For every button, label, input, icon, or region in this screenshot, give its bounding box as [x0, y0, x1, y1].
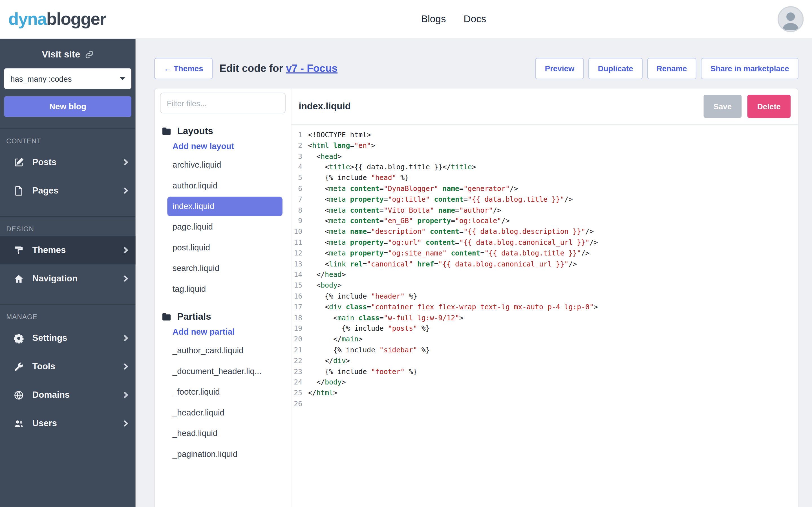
- file-item-document-header-liq[interactable]: _document_header.liq...: [167, 362, 283, 381]
- chevron-right-icon: [121, 187, 128, 194]
- top-header: dynablogger BlogsDocs: [0, 0, 812, 39]
- filter-files-input[interactable]: [160, 93, 285, 113]
- code-line-text: <meta property="og:site_name" content="{…: [308, 248, 590, 259]
- section-label-content: CONTENT: [6, 137, 135, 145]
- file-item-footer-liquid[interactable]: _footer.liquid: [167, 382, 283, 402]
- caret-down-icon: [120, 77, 125, 80]
- share-in-marketplace-button[interactable]: Share in marketplace: [701, 58, 799, 79]
- logo[interactable]: dynablogger: [8, 9, 106, 29]
- line-number: 11: [291, 237, 308, 248]
- nav-blogs[interactable]: Blogs: [421, 13, 446, 25]
- sidebar-divider: [0, 216, 136, 217]
- code-line-text: <meta content="en_GB" property="og:local…: [308, 216, 509, 227]
- file-item-author-card-liquid[interactable]: _author_card.liquid: [167, 341, 283, 360]
- line-number: 25: [291, 388, 308, 399]
- logo-dyna: dyna: [8, 9, 47, 29]
- page-title: Edit code for v7 - Focus: [219, 62, 338, 74]
- code-line: 12 <meta property="og:site_name" content…: [291, 248, 798, 259]
- blog-selector-value: has_many :codes: [10, 74, 71, 83]
- sidebar-item-pages[interactable]: Pages: [0, 176, 136, 205]
- folder-icon: [161, 312, 172, 323]
- sidebar-item-themes[interactable]: Themes: [0, 236, 136, 265]
- file-item-author-liquid[interactable]: author.liquid: [167, 176, 283, 195]
- chevron-right-icon: [121, 247, 128, 253]
- line-number: 1: [291, 130, 308, 140]
- line-number: 9: [291, 216, 308, 227]
- line-number: 3: [291, 151, 308, 162]
- folder-partials: Partials: [161, 312, 286, 323]
- link-icon: [85, 50, 94, 59]
- code-line: 17 <div class="container flex flex-wrap …: [291, 302, 798, 313]
- code-line-text: </div>: [308, 356, 350, 367]
- file-item-pagination-liquid[interactable]: _pagination.liquid: [167, 445, 283, 464]
- line-number: 26: [291, 399, 308, 409]
- file-item-page-liquid[interactable]: page.liquid: [167, 217, 283, 237]
- file-item-header-liquid[interactable]: _header.liquid: [167, 403, 283, 423]
- line-number: 23: [291, 367, 308, 377]
- file-item-tag-liquid[interactable]: tag.liquid: [167, 279, 283, 299]
- code-line: 2<html lang="en">: [291, 140, 798, 151]
- code-line-text: [308, 399, 312, 409]
- delete-button[interactable]: Delete: [748, 95, 791, 118]
- preview-button[interactable]: Preview: [536, 58, 583, 79]
- avatar[interactable]: [777, 6, 804, 32]
- line-number: 21: [291, 345, 308, 356]
- code-line: 13 <link rel="canonical" href="{{ data.b…: [291, 259, 798, 270]
- code-editor[interactable]: 1<!DOCTYPE html>2<html lang="en">3 <head…: [291, 125, 798, 507]
- code-line: 20 </main>: [291, 334, 798, 345]
- chevron-right-icon: [121, 335, 128, 341]
- chevron-right-icon: [121, 420, 128, 427]
- back-to-themes-button[interactable]: ← Themes: [154, 58, 213, 79]
- code-line-text: <head>: [308, 151, 342, 162]
- code-line: 14 </head>: [291, 270, 798, 281]
- line-number: 16: [291, 291, 308, 302]
- code-line: 9 <meta content="en_GB" property="og:loc…: [291, 216, 798, 227]
- line-number: 18: [291, 313, 308, 323]
- code-line-text: <main class="w-full lg:w-9/12">: [308, 313, 463, 323]
- code-line-text: <!DOCTYPE html>: [308, 130, 371, 140]
- line-number: 15: [291, 281, 308, 291]
- theme-name-link[interactable]: v7 - Focus: [286, 62, 338, 74]
- sidebar-item-posts[interactable]: Posts: [0, 148, 136, 176]
- gear-icon: [13, 333, 24, 343]
- sidebar-item-tools[interactable]: Tools: [0, 352, 136, 381]
- code-line-text: </main>: [308, 334, 363, 345]
- code-line: 10 <meta name="description" content="{{ …: [291, 227, 798, 237]
- file-item-head-liquid[interactable]: _head.liquid: [167, 424, 283, 443]
- duplicate-button[interactable]: Duplicate: [589, 58, 642, 79]
- code-line: 23 {% include "footer" %}: [291, 367, 798, 377]
- line-number: 7: [291, 194, 308, 205]
- editor-pane: index.liquid Save Delete 1<!DOCTYPE html…: [291, 89, 798, 507]
- file-browser: LayoutsAdd new layoutarchive.liquidautho…: [155, 89, 291, 507]
- sidebar-item-label: Posts: [33, 157, 57, 167]
- add-new-layout-link[interactable]: Add new layout: [172, 142, 286, 151]
- sidebar-item-users[interactable]: Users: [0, 409, 136, 438]
- code-line: 16 {% include "header" %}: [291, 291, 798, 302]
- code-line-text: <html lang="en">: [308, 140, 375, 151]
- code-line: 8 <meta content="Vito Botta" name="autho…: [291, 205, 798, 216]
- code-line-text: <meta property="og:title" content="{{ da…: [308, 194, 573, 205]
- sidebar-item-label: Navigation: [33, 274, 78, 284]
- code-line-text: </head>: [308, 270, 346, 281]
- file-item-post-liquid[interactable]: post.liquid: [167, 238, 283, 258]
- sidebar-item-settings[interactable]: Settings: [0, 324, 136, 352]
- save-button[interactable]: Save: [703, 95, 742, 118]
- blog-selector[interactable]: has_many :codes: [4, 68, 132, 89]
- code-line: 4 <title>{{ data.blog.title }}</title>: [291, 162, 798, 173]
- new-blog-button[interactable]: New blog: [4, 96, 132, 117]
- line-number: 14: [291, 270, 308, 281]
- sidebar-item-label: Tools: [33, 361, 55, 372]
- rename-button[interactable]: Rename: [647, 58, 696, 79]
- sidebar-item-navigation[interactable]: Navigation: [0, 265, 136, 293]
- file-item-search-liquid[interactable]: search.liquid: [167, 259, 283, 278]
- nav-docs[interactable]: Docs: [463, 13, 486, 25]
- chevron-right-icon: [121, 363, 128, 370]
- code-line: 21 {% include "sidebar" %}: [291, 345, 798, 356]
- top-nav: BlogsDocs: [421, 13, 486, 25]
- file-item-archive-liquid[interactable]: archive.liquid: [167, 155, 283, 175]
- code-line-text: {% include "head" %}: [308, 173, 409, 184]
- visit-site-link[interactable]: Visit site: [0, 49, 136, 60]
- file-item-index-liquid[interactable]: index.liquid: [167, 196, 283, 216]
- add-new-partial-link[interactable]: Add new partial: [172, 328, 286, 337]
- sidebar-item-domains[interactable]: Domains: [0, 381, 136, 409]
